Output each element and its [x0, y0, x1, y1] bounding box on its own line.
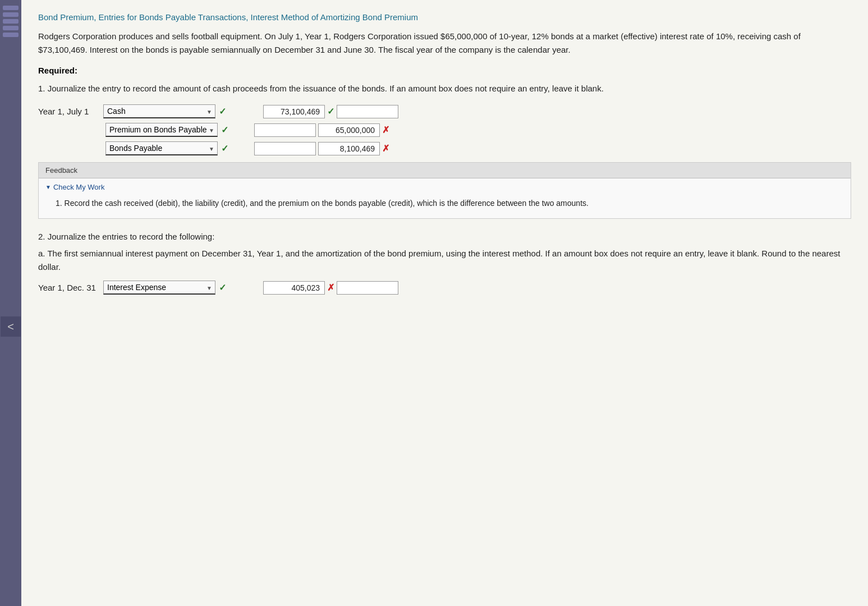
premium-account-check: ✓ [221, 125, 228, 135]
bonds-payable-credit-group: 8,100,469 ✗ [254, 142, 389, 155]
interest-account-check: ✓ [219, 282, 226, 293]
question-2a-text: a. The first semiannual interest payment… [38, 247, 851, 274]
feedback-box: Feedback ▼ Check My Work 1. Record the c… [38, 162, 851, 219]
journal-2a-date-label: Year 1, Dec. 31 [38, 283, 100, 292]
interest-debit-x: ✗ [327, 282, 334, 293]
cash-debit-amount[interactable]: 73,100,469 [263, 105, 325, 118]
account-dropdown-bonds[interactable]: Bonds Payable Cash Premium on Bonds Paya… [105, 141, 218, 155]
cash-debit-check: ✓ [327, 106, 334, 117]
journal-1-section: Year 1, July 1 Cash Bonds Payable Premiu… [38, 104, 851, 155]
feedback-content: 1. Record the cash received (debit), the… [39, 194, 851, 218]
sidebar-stripe [3, 12, 19, 17]
section-2: 2. Journalize the entries to record the … [38, 230, 851, 295]
bonds-payable-account-select[interactable]: Bonds Payable Cash Premium on Bonds Paya… [105, 141, 218, 155]
main-content: Bond Premium, Entries for Bonds Payable … [21, 0, 868, 606]
feedback-header: Feedback [39, 163, 851, 178]
left-sidebar: < [0, 0, 21, 606]
sidebar-stripe [3, 33, 19, 37]
sidebar-stripe [3, 26, 19, 30]
journal-date-label: Year 1, July 1 [38, 107, 100, 116]
journal-row-interest: Year 1, Dec. 31 Interest Expense Cash Bo… [38, 281, 851, 295]
cash-debit-group: 73,100,469 ✓ [263, 105, 398, 118]
required-label: Required: [38, 66, 851, 75]
cash-credit-input[interactable] [337, 105, 398, 118]
bonds-payable-credit-amount[interactable]: 8,100,469 [318, 142, 380, 155]
journal-row-cash: Year 1, July 1 Cash Bonds Payable Premiu… [38, 104, 851, 118]
sidebar-stripe [3, 6, 19, 10]
description-text: Rodgers Corporation produces and sells f… [38, 30, 851, 57]
interest-expense-account-select[interactable]: Interest Expense Cash Bonds Payable Prem… [103, 281, 215, 295]
interest-credit-input[interactable] [337, 281, 398, 295]
nav-left-button[interactable]: < [1, 316, 21, 337]
bonds-payable-credit-x: ✗ [382, 143, 389, 154]
check-my-work-button[interactable]: ▼ Check My Work [39, 178, 851, 194]
cash-account-select[interactable]: Cash Bonds Payable Premium on Bonds Paya… [103, 104, 215, 118]
interest-debit-amount[interactable]: 405,023 [263, 281, 325, 295]
sidebar-stripe [3, 19, 19, 24]
account-dropdown-cash[interactable]: Cash Bonds Payable Premium on Bonds Paya… [103, 104, 215, 118]
premium-credit-x: ✗ [382, 125, 389, 135]
interest-debit-group: 405,023 ✗ [263, 281, 398, 295]
premium-credit-group: 65,000,000 ✗ [254, 123, 389, 137]
journal-row-premium: Premium on Bonds Payable Cash Bonds Paya… [38, 123, 851, 137]
question-1-text: 1. Journalize the entry to record the am… [38, 82, 851, 95]
account-dropdown-premium[interactable]: Premium on Bonds Payable Cash Bonds Paya… [105, 123, 218, 137]
bonds-payable-account-check: ✓ [221, 143, 228, 154]
journal-row-bonds-payable: Bonds Payable Cash Premium on Bonds Paya… [38, 141, 851, 155]
premium-debit-input[interactable] [254, 123, 316, 137]
account-dropdown-interest[interactable]: Interest Expense Cash Bonds Payable Prem… [103, 281, 215, 295]
cash-account-check: ✓ [219, 106, 226, 117]
premium-credit-amount[interactable]: 65,000,000 [318, 123, 380, 137]
question-2-intro: 2. Journalize the entries to record the … [38, 230, 851, 244]
check-my-work-label: Check My Work [53, 183, 105, 191]
premium-account-select[interactable]: Premium on Bonds Payable Cash Bonds Paya… [105, 123, 218, 137]
check-my-work-triangle: ▼ [45, 184, 51, 190]
page-title: Bond Premium, Entries for Bonds Payable … [38, 11, 851, 23]
bonds-payable-debit-input[interactable] [254, 142, 316, 155]
